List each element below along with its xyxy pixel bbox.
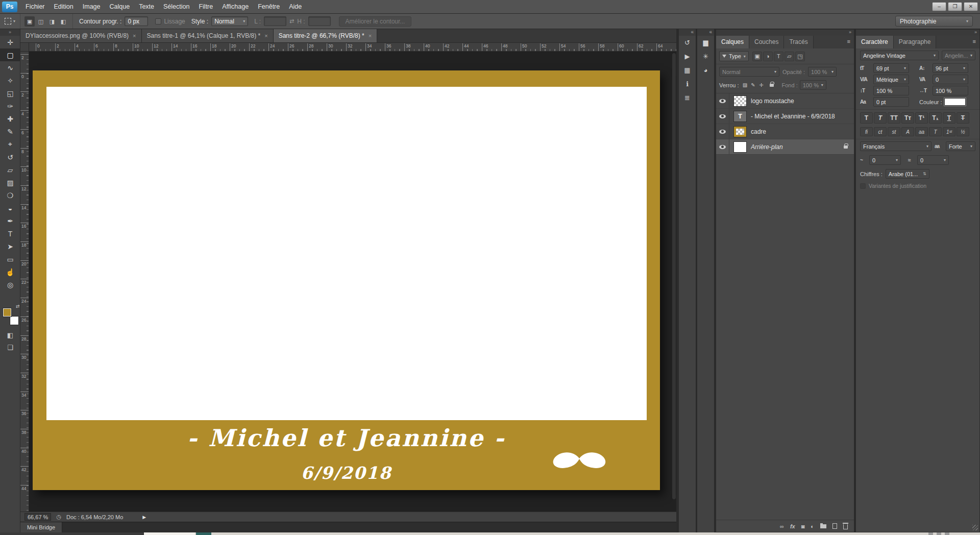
discretionary-ligatures-button[interactable]: st <box>888 127 900 136</box>
leading-field[interactable]: 96 pt ▾ <box>933 63 968 73</box>
toolbar-collapse-icon[interactable]: » <box>0 29 20 36</box>
kerning-field[interactable]: Métrique ▾ <box>873 75 909 84</box>
spot-healing-brush-tool[interactable]: ✚ <box>0 112 20 125</box>
eyedropper-tool[interactable]: ✑ <box>0 100 20 112</box>
layer-filter-select[interactable]: Type ▾ <box>719 51 749 61</box>
new-selection-mode[interactable]: ▣ <box>24 16 35 27</box>
ligatures-button[interactable]: fi <box>860 127 873 136</box>
canvas[interactable]: - Michel et Jeannine - 6/9/2018 <box>33 70 660 490</box>
menu-item[interactable]: Filtre <box>194 0 217 13</box>
type-tool[interactable]: T <box>0 227 20 240</box>
layer-row-text[interactable]: - Michel et Jeannine - 6/9/2018 <box>716 109 854 124</box>
faux-italic-button[interactable]: T <box>874 112 887 124</box>
strikethrough-button[interactable]: T <box>957 112 969 124</box>
panel-menu-icon[interactable]: ≡ <box>844 36 854 48</box>
panel-menu-icon[interactable]: ≡ <box>969 36 979 48</box>
panel-tab[interactable]: Tracés <box>784 36 813 48</box>
layer-style-icon[interactable]: fx <box>790 523 795 529</box>
layer-visibility-cell[interactable] <box>716 109 729 124</box>
rectangular-marquee-tool[interactable]: ▢ <box>0 48 20 61</box>
navigator-panel-icon[interactable]: ✳ <box>697 50 714 63</box>
panel-tab[interactable]: Caractère <box>856 36 894 48</box>
crop-tool[interactable]: ◱ <box>0 87 20 100</box>
info-panel-icon[interactable]: ℹ <box>679 77 696 91</box>
dock-collapse-icon[interactable]: » <box>856 30 979 36</box>
fill-field[interactable]: 100 % ▾ <box>800 80 826 90</box>
resize-grip[interactable] <box>972 525 978 530</box>
actions-panel-icon[interactable]: ▶ <box>679 50 696 63</box>
menu-item[interactable]: Texte <box>134 0 159 13</box>
vertical-scrollbar[interactable] <box>672 53 676 499</box>
horizontal-scale-field[interactable]: 100 % ▾ <box>933 86 968 95</box>
clone-source-panel-icon[interactable]: ◕ <box>697 63 714 77</box>
swap-dimensions-icon[interactable]: ⇄ <box>289 18 294 25</box>
style-select[interactable]: Normal ▾ <box>211 16 248 26</box>
dock-expand-icon[interactable]: « <box>697 29 714 36</box>
me-field[interactable]: 0 ▾ <box>869 155 901 165</box>
layer-thumbnail[interactable] <box>733 95 747 107</box>
clone-stamp-tool[interactable]: ⌖ <box>0 138 20 151</box>
menu-item[interactable]: Fichier <box>21 0 50 13</box>
font-style-select[interactable]: Angelin... ▾ <box>942 51 975 60</box>
titling-alternates-button[interactable]: T <box>929 127 942 136</box>
font-family-select[interactable]: Angeline Vintage ▾ <box>860 51 939 60</box>
menu-item[interactable]: Calque <box>105 0 135 13</box>
tab-close-icon[interactable]: × <box>133 33 136 39</box>
layer-thumbnail[interactable] <box>733 126 747 137</box>
link-layers-icon[interactable]: ∞ <box>780 523 784 529</box>
menu-item[interactable]: Sélection <box>159 0 194 13</box>
hand-tool[interactable]: ☝ <box>0 265 20 278</box>
restore-button[interactable]: ❐ <box>948 2 962 11</box>
tab-close-icon[interactable]: × <box>369 33 372 39</box>
rectangle-tool[interactable]: ▭ <box>0 253 20 265</box>
filter-smart-objects-icon[interactable]: ◳ <box>795 52 805 61</box>
layer-thumbnail[interactable] <box>733 141 747 153</box>
brush-tool[interactable]: ✎ <box>0 125 20 138</box>
status-icon[interactable]: ◷ <box>56 514 61 520</box>
panel-tab[interactable]: Couches <box>749 36 784 48</box>
faux-bold-button[interactable]: T <box>860 112 873 124</box>
layer-row-logo-moustache[interactable]: logo moustache <box>716 93 854 109</box>
justification-checkbox[interactable] <box>860 183 866 189</box>
subtract-selection-mode[interactable]: ◨ <box>47 16 57 27</box>
new-layer-icon[interactable] <box>832 523 837 529</box>
baseline-shift-field[interactable]: 0 pt ▾ <box>873 97 909 107</box>
layer-visibility-cell[interactable] <box>716 124 729 139</box>
document-tab[interactable]: DYIaccessoires.png @ 100% (RVB/8) × <box>20 29 142 42</box>
font-size-field[interactable]: 69 pt ▾ <box>873 63 909 73</box>
delete-layer-icon[interactable] <box>843 523 848 529</box>
subscript-button[interactable]: T₁ <box>929 112 942 124</box>
eraser-tool[interactable]: ▱ <box>0 163 20 176</box>
swap-colors-icon[interactable]: ⇄ <box>16 304 20 309</box>
fractions-button[interactable]: ½ <box>957 127 969 136</box>
menu-item[interactable]: Fenêtre <box>253 0 284 13</box>
lock-transparency-icon[interactable]: ▨ <box>741 81 749 89</box>
vertical-scale-field[interactable]: 100 % ▾ <box>873 86 909 95</box>
foreground-color-swatch[interactable] <box>3 308 11 317</box>
adjustment-layer-icon[interactable]: ◐ <box>811 523 814 529</box>
history-brush-tool[interactable]: ↺ <box>0 151 20 163</box>
workspace-switcher[interactable]: Photographie ▾ <box>895 16 973 27</box>
small-caps-button[interactable]: Tᴛ <box>901 112 914 124</box>
close-button[interactable]: ✕ <box>964 2 978 11</box>
path-selection-tool[interactable]: ➤ <box>0 240 20 253</box>
status-expand-icon[interactable]: ▶ <box>142 515 146 520</box>
opacity-field[interactable]: 100 % ▾ <box>808 67 837 77</box>
underline-button[interactable]: T <box>943 112 955 124</box>
width-input[interactable] <box>264 16 286 26</box>
antialias-select[interactable]: Forte ▾ <box>946 141 975 151</box>
menu-item[interactable]: Image <box>78 0 105 13</box>
add-selection-mode[interactable]: ◫ <box>36 16 46 27</box>
contextual-alternates-button[interactable]: ct <box>874 127 887 136</box>
canvas-viewport[interactable]: - Michel et Jeannine - 6/9/2018 <box>29 52 676 512</box>
language-select[interactable]: Français ▾ <box>860 141 932 151</box>
menu-item[interactable]: Edition <box>50 0 78 13</box>
refine-edge-button[interactable]: Améliorer le contour... <box>339 16 412 27</box>
zoom-level-field[interactable]: 66,67 % <box>24 513 51 521</box>
blend-mode-select[interactable]: Normal ▾ <box>719 67 779 77</box>
layer-visibility-cell[interactable] <box>716 139 729 154</box>
history-panel-icon[interactable]: ↺ <box>679 36 696 50</box>
filter-shape-layers-icon[interactable]: ▱ <box>785 52 794 61</box>
lock-position-icon[interactable]: ✛ <box>757 81 766 89</box>
new-group-icon[interactable] <box>820 524 826 528</box>
